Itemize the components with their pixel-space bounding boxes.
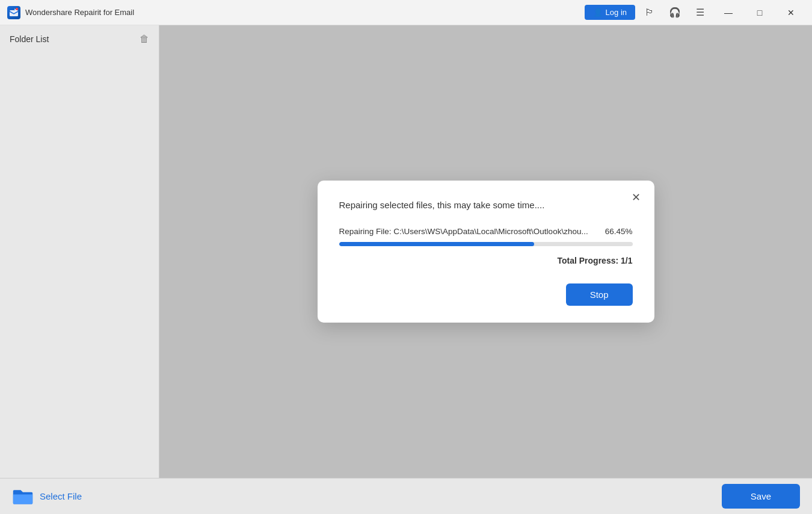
minimize-button[interactable]: — [715, 3, 742, 22]
person-icon: 👤 [593, 8, 603, 17]
select-file-label: Select File [40, 491, 82, 501]
repair-percent: 66.45% [605, 227, 633, 236]
title-bar: Wondershare Repairit for Email 👤 Log in … [0, 0, 812, 25]
repair-file-row: Repairing File: C:\Users\WS\AppData\Loca… [339, 227, 633, 236]
flag-button[interactable]: 🏳 [639, 3, 660, 22]
folder-icon [12, 488, 34, 506]
sidebar: Folder List 🗑 [0, 25, 159, 478]
title-bar-left: Wondershare Repairit for Email [7, 6, 585, 19]
svg-rect-0 [10, 10, 18, 16]
modal-close-button[interactable]: ✕ [628, 189, 645, 206]
total-progress-label: Total Progress: 1/1 [557, 256, 632, 265]
app-title: Wondershare Repairit for Email [25, 8, 134, 17]
menu-button[interactable]: ☰ [689, 3, 711, 22]
trash-icon[interactable]: 🗑 [140, 34, 149, 45]
total-progress-row: Total Progress: 1/1 [339, 256, 633, 265]
menu-icon: ☰ [696, 7, 704, 18]
title-bar-right: 👤 Log in 🏳 🎧 ☰ — □ ✕ [585, 3, 805, 22]
modal-footer: Stop [339, 283, 633, 306]
maximize-button[interactable]: □ [746, 3, 774, 22]
save-button[interactable]: Save [722, 484, 800, 509]
headset-button[interactable]: 🎧 [664, 3, 686, 22]
main-area: Folder List 🗑 ✕ Repairing selected files… [0, 25, 812, 478]
modal-overlay: ✕ Repairing selected files, this may tak… [159, 25, 812, 478]
sidebar-title: Folder List [10, 34, 49, 44]
app-icon [7, 6, 20, 19]
select-file-button[interactable]: Select File [12, 488, 82, 506]
maximize-icon: □ [757, 8, 762, 17]
minimize-icon: — [724, 8, 733, 17]
login-button[interactable]: 👤 Log in [585, 5, 635, 20]
content-area: ✕ Repairing selected files, this may tak… [159, 25, 812, 478]
progress-bar-fill [339, 242, 534, 246]
repair-progress-modal: ✕ Repairing selected files, this may tak… [318, 181, 654, 323]
close-icon: ✕ [787, 8, 795, 17]
svg-point-1 [16, 8, 18, 10]
close-button[interactable]: ✕ [777, 3, 805, 22]
modal-heading: Repairing selected files, this may take … [339, 200, 633, 210]
progress-bar-background [339, 242, 633, 246]
flag-icon: 🏳 [645, 7, 654, 18]
modal-close-icon: ✕ [632, 191, 641, 204]
headset-icon: 🎧 [669, 7, 681, 18]
stop-button[interactable]: Stop [566, 283, 633, 306]
sidebar-header: Folder List 🗑 [10, 34, 149, 45]
repair-file-path: Repairing File: C:\Users\WS\AppData\Loca… [339, 227, 598, 236]
login-label: Log in [606, 8, 627, 17]
bottom-bar: Select File Save [0, 478, 812, 514]
